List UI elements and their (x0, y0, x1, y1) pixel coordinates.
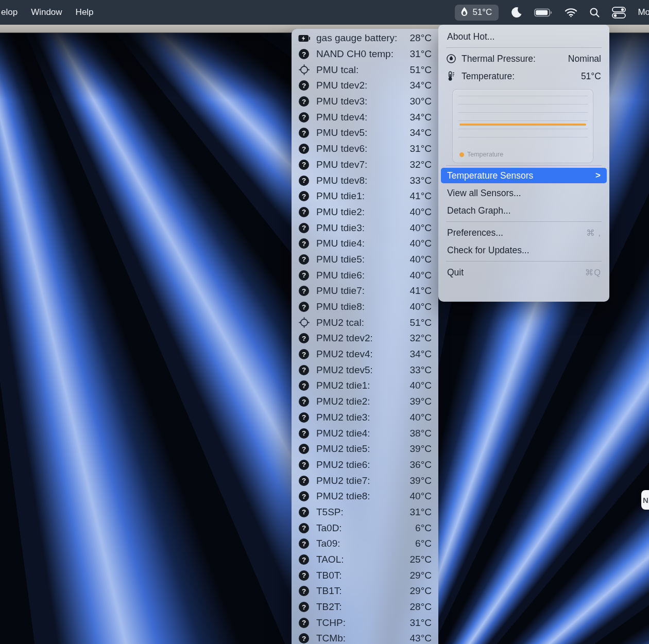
temperature-row: Temperature: 51°C (438, 67, 609, 85)
thermal-pressure-label: Thermal Pressure: (462, 54, 536, 64)
sensor-icon-wrap: ? (298, 380, 310, 391)
sensor-row[interactable]: ? NAND CH0 temp: 31°C (292, 46, 438, 62)
sensor-row[interactable]: ? TB0T: 29°C (292, 567, 438, 583)
menubar-item[interactable]: Window (31, 7, 62, 18)
sensor-row[interactable]: ? PMU2 tcal: 51°C (292, 315, 438, 330)
search-icon[interactable] (589, 7, 600, 18)
menu-item-view-all-sensors[interactable]: View all Sensors... (438, 184, 609, 202)
sensor-label: PMU tdev3: (316, 96, 410, 107)
sensor-row[interactable]: ? TB2T: 28°C (292, 599, 438, 615)
menu-separator (446, 221, 602, 222)
sensor-icon-wrap: ? (298, 554, 310, 565)
menu-separator (446, 47, 602, 48)
sensor-row[interactable]: ? PMU2 tdev4: 34°C (292, 346, 438, 362)
menu-item-temperature-sensors[interactable]: Temperature Sensors > (441, 168, 607, 183)
sensor-row[interactable]: ? Ta09: 6°C (292, 536, 438, 552)
sensor-row[interactable]: ? PMU tdie5: 40°C (292, 252, 438, 268)
sensor-value: 33°C (410, 175, 432, 186)
sensor-row[interactable]: ? PMU tdie1: 41°C (292, 188, 438, 204)
sensor-row[interactable]: ? PMU tdie4: 40°C (292, 236, 438, 252)
sensor-row[interactable]: ? PMU tdev2: 34°C (292, 78, 438, 94)
sensor-row[interactable]: ? PMU2 tdie1: 40°C (292, 378, 438, 394)
sensor-label: PMU2 tdie6: (316, 459, 410, 471)
sensor-row[interactable]: ? PMU tdev8: 33°C (292, 172, 438, 188)
sensor-row[interactable]: ? PMU tdie6: 40°C (292, 267, 438, 283)
menu-item-quit[interactable]: Quit ⌘Q (438, 264, 609, 281)
menu-item-detach-graph[interactable]: Detach Graph... (438, 202, 609, 219)
sensor-row[interactable]: ? PMU2 tdie7: 39°C (292, 473, 438, 489)
sensor-row[interactable]: ? PMU tdie2: 40°C (292, 204, 438, 220)
sensor-label: PMU tdev2: (316, 80, 410, 91)
notification-tab[interactable]: N (641, 490, 649, 510)
sensor-value: 34°C (410, 349, 432, 360)
sensor-row[interactable]: ? PMU2 tdie5: 39°C (292, 441, 438, 457)
menubar-item[interactable]: Help (76, 7, 94, 18)
sensor-icon-wrap: ? (298, 206, 310, 218)
graph-legend: Temperature (459, 151, 503, 158)
menu-item-preferences[interactable]: Preferences... ⌘ , (438, 224, 609, 241)
question-icon: ? (299, 128, 309, 138)
sensor-row[interactable]: ? PMU tdie3: 40°C (292, 220, 438, 236)
sensor-row[interactable]: ? PMU tcal: 51°C (292, 62, 438, 78)
question-icon: ? (299, 238, 309, 249)
question-icon: ? (299, 80, 309, 91)
sensor-value: 31°C (410, 143, 432, 154)
wifi-icon[interactable] (565, 8, 577, 18)
sensor-row[interactable]: ? gas gauge battery: 28°C (292, 30, 438, 46)
sensor-row[interactable]: ? T5SP: 31°C (292, 504, 438, 520)
sensor-value: 39°C (410, 475, 432, 486)
sensor-row[interactable]: ? PMU tdev5: 34°C (292, 125, 438, 141)
menu-item-check-for-updates[interactable]: Check for Updates... (438, 241, 609, 259)
sensor-row[interactable]: ? Ta0D: 6°C (292, 520, 438, 536)
temperature-sensors-label: Temperature Sensors (447, 170, 533, 181)
moon-icon[interactable] (510, 7, 522, 19)
sensor-value: 34°C (410, 112, 432, 123)
sensor-value: 34°C (410, 80, 432, 91)
thermometer-icon (446, 71, 456, 81)
menu-item-about-hot[interactable]: About Hot... (438, 28, 609, 45)
battery-icon[interactable] (534, 8, 553, 17)
sensor-row[interactable]: ? PMU tdev3: 30°C (292, 94, 438, 110)
sensor-row[interactable]: ? PMU tdie7: 41°C (292, 283, 438, 299)
control-center-icon[interactable] (612, 7, 626, 19)
sensor-label: PMU tdie8: (316, 301, 410, 312)
sensor-row[interactable]: ? PMU2 tdev2: 32°C (292, 330, 438, 346)
sensor-value: 29°C (410, 570, 432, 581)
sensor-row[interactable]: ? PMU2 tdev5: 33°C (292, 362, 438, 378)
sensor-row[interactable]: ? TCHP: 31°C (292, 615, 438, 631)
sensor-row[interactable]: ? TB1T: 29°C (292, 583, 438, 599)
menubar-item[interactable]: elop (1, 7, 18, 18)
sensor-value: 32°C (410, 159, 432, 170)
hot-menubar-extra[interactable]: 51°C (455, 5, 499, 21)
sensor-row[interactable]: ? TAOL: 25°C (292, 552, 438, 568)
sensor-row[interactable]: ? PMU tdie8: 40°C (292, 299, 438, 315)
sensor-row[interactable]: ? PMU2 tdie3: 40°C (292, 410, 438, 426)
sensor-row[interactable]: ? PMU tdev6: 31°C (292, 141, 438, 157)
sensor-label: TCHP: (316, 617, 410, 629)
sensor-row[interactable]: ? PMU2 tdie6: 36°C (292, 457, 438, 473)
sensor-icon-wrap: ? (298, 349, 310, 360)
thermal-pressure-value: Nominal (568, 54, 601, 64)
sensor-icon-wrap: ? (298, 64, 310, 76)
sensor-icon-wrap: ? (298, 491, 310, 502)
sensor-label: TCMb: (316, 633, 410, 644)
sensor-row[interactable]: ? PMU tdev7: 32°C (292, 157, 438, 173)
question-icon: ? (299, 96, 309, 107)
sensor-value: 30°C (410, 96, 432, 107)
sensor-icon-wrap: ? (298, 523, 310, 534)
menubar-clock-partial[interactable]: Mo (638, 7, 649, 18)
sensor-icon-wrap: ? (298, 175, 310, 186)
sensor-row[interactable]: ? PMU2 tdie4: 38°C (292, 425, 438, 441)
question-icon: ? (299, 302, 309, 312)
sensor-row[interactable]: ? PMU2 tdie2: 39°C (292, 394, 438, 410)
preferences-label: Preferences... (447, 228, 503, 238)
sensor-value: 32°C (410, 333, 432, 344)
sensor-row[interactable]: ? PMU tdev4: 34°C (292, 109, 438, 125)
sensor-row[interactable]: ? TCMb: 43°C (292, 631, 438, 644)
sensor-value: 31°C (410, 48, 432, 60)
sensor-row[interactable]: ? PMU2 tdie8: 40°C (292, 489, 438, 504)
sensor-label: PMU2 tdie5: (316, 443, 410, 455)
sensor-value: 40°C (410, 412, 432, 423)
check-updates-label: Check for Updates... (447, 245, 530, 256)
sensor-label: NAND CH0 temp: (316, 48, 410, 60)
